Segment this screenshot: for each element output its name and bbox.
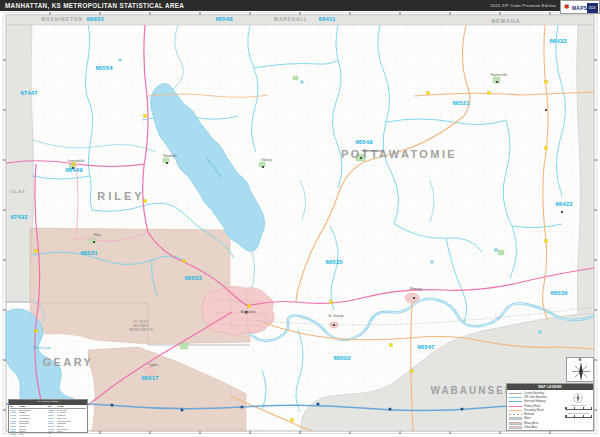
legend-item-label: ZIP Code Boundary (524, 396, 547, 399)
legend-swatch (509, 417, 522, 420)
scale-miles-bar (565, 407, 592, 410)
scale-km-bar (565, 415, 592, 418)
manhattan-urban (202, 287, 275, 335)
legend-item-label: Urban Area (524, 426, 537, 429)
legend-item-8: Urban Area (509, 425, 561, 429)
legend-swatch (509, 396, 522, 399)
legend: MAP LEGEND County BoundaryZIP Code Bound… (506, 383, 594, 431)
legend-swatch (509, 405, 522, 408)
legend-swatch (509, 426, 522, 429)
legend-items: County BoundaryZIP Code BoundaryIntersta… (509, 391, 561, 430)
publisher-logo: ✱ MAPS 2024 (560, 0, 600, 14)
legend-item-label: Primary Road (524, 405, 540, 408)
zip-index-zip (48, 433, 57, 436)
compass-box: N (566, 357, 594, 382)
title-bar: MANHATTAN, KS METROPOLITAN STATISTICAL A… (0, 0, 600, 11)
legend-swatch (509, 413, 522, 416)
zip-index-name: Riley (19, 433, 48, 436)
map-sheet: WASHINGTONMARSHALLNEMAHACLAYRILEYPOTTAWA… (0, 0, 600, 437)
legend-title: MAP LEGEND (507, 384, 593, 390)
edition-label: 2024 ZIP Code Premium Edition (490, 3, 556, 8)
legend-compass-icon (565, 392, 591, 404)
legend-item-label: Interstate Highway (524, 400, 545, 403)
legend-item-label: Water (524, 417, 531, 420)
logo-icon: ✱ (564, 3, 570, 10)
legend-item-label: Military Area (524, 422, 538, 425)
zip-index-table: ZIP CODE INDEX ZIPNAMEZIPNAME66411Blue R… (8, 399, 88, 433)
legend-item-label: Railroad (524, 413, 534, 416)
legend-swatch (509, 409, 522, 412)
map-title: MANHATTAN, KS METROPOLITAN STATISTICAL A… (5, 2, 184, 9)
legend-swatch (509, 392, 522, 395)
logo-year: 2024 (587, 3, 598, 14)
legend-scale: Scale in Miles Scale in Kilometers (564, 404, 593, 419)
zip-index-grid: ZIPNAMEZIPNAME66411Blue Rapids66535St. G… (9, 405, 87, 437)
logo-brand: MAPS (572, 5, 587, 11)
zip-index-name (57, 433, 86, 436)
legend-swatch (509, 400, 522, 403)
map-canvas (0, 0, 600, 437)
legend-swatch (509, 422, 522, 425)
compass-north-label: N (579, 358, 582, 362)
legend-item-label: County Boundary (524, 392, 544, 395)
zip-index-zip: 66531 (10, 433, 19, 436)
legend-item-label: Secondary Road (524, 409, 543, 412)
